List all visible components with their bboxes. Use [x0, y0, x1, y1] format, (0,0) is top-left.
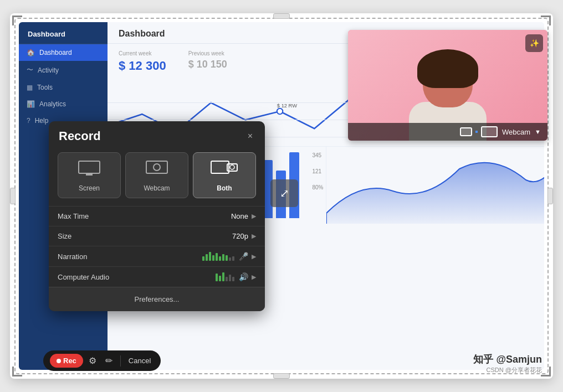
person-hair: [417, 49, 478, 88]
sidebar-label-dashboard: Dashboard: [39, 49, 72, 56]
max-time-row: Max Time None ▶: [49, 206, 265, 226]
computer-audio-arrow[interactable]: ▶: [252, 274, 256, 281]
narration-bar-3: [209, 252, 211, 261]
handle-top[interactable]: [273, 13, 290, 19]
narration-row: Narration 🎤 ▶: [49, 246, 265, 266]
toolbar-divider: [120, 355, 121, 367]
rec-dot: [57, 359, 61, 363]
source-webcam-btn[interactable]: Webcam: [125, 152, 188, 198]
source-webcam-label: Webcam: [144, 184, 170, 192]
webcam-dropdown-arrow[interactable]: ▼: [535, 128, 541, 135]
watermark: 知乎 @Samjun CSDN @分享者花花: [473, 353, 542, 374]
settings-tool-btn[interactable]: ⚙: [85, 353, 100, 368]
rec-label: Rec: [63, 357, 76, 365]
y-label-121: 121: [312, 168, 323, 174]
narration-bar-6: [219, 256, 221, 261]
sidebar-item-activity[interactable]: 〜 Activity: [19, 61, 108, 79]
handle-right[interactable]: [547, 188, 553, 204]
computer-audio-label: Computer Audio: [58, 273, 124, 281]
computer-audio-row: Computer Audio 🔊 ▶: [49, 266, 265, 287]
pen-tool-btn[interactable]: ✏: [102, 353, 116, 368]
svg-rect-7: [146, 161, 167, 173]
sidebar-label-activity: Activity: [38, 66, 59, 74]
y-axis-labels: 345 121 80%: [312, 152, 323, 190]
narration-bar-10: [232, 256, 234, 261]
comp-bar-1: [216, 274, 218, 281]
webcam-label: Webcam: [502, 128, 530, 136]
area-chart: [326, 147, 545, 224]
narration-arrow[interactable]: ▶: [252, 253, 256, 260]
sidebar-item-dashboard[interactable]: 🏠 Dashboard: [19, 44, 108, 61]
close-button[interactable]: ×: [245, 129, 255, 143]
cancel-button[interactable]: Cancel: [125, 354, 154, 367]
max-time-value: None: [231, 212, 248, 220]
max-time-arrow[interactable]: ▶: [252, 213, 256, 220]
current-week-label: Current week: [119, 50, 166, 56]
handle-left[interactable]: [10, 188, 16, 204]
size-arrow[interactable]: ▶: [252, 233, 256, 240]
size-value: 720p: [232, 232, 248, 240]
comp-bar-2: [219, 276, 221, 281]
webcam-toolbar: Webcam ▼: [348, 123, 547, 141]
narration-bar-2: [206, 254, 208, 261]
size-row: Size 720p ▶: [49, 226, 265, 246]
source-both-btn[interactable]: Both: [193, 152, 256, 198]
svg-rect-6: [86, 173, 93, 176]
analytics-icon: 📊: [27, 100, 35, 108]
corner-tr: [541, 16, 551, 25]
corner-tl: [12, 16, 22, 25]
record-panel: Record × Screen: [49, 121, 265, 311]
preferences-button[interactable]: Preferences...: [49, 287, 265, 311]
activity-icon: 〜: [27, 65, 33, 75]
comp-bar-5: [229, 275, 231, 281]
comp-bar-4: [226, 277, 228, 281]
mic-icon[interactable]: 🎤: [239, 252, 248, 261]
bottom-toolbar: Rec ⚙ ✏ Cancel: [43, 350, 161, 371]
tools-icon: ▦: [27, 84, 33, 91]
sidebar-item-analytics[interactable]: 📊 Analytics: [19, 96, 108, 112]
sidebar-label-help: Help: [35, 117, 49, 125]
sidebar-item-tools[interactable]: ▦ Tools: [19, 79, 108, 96]
svg-rect-5: [79, 161, 100, 173]
area-chart-svg: [326, 147, 545, 224]
person-head: [423, 52, 473, 107]
source-row: Screen Webcam: [49, 149, 265, 206]
corner-br: [541, 367, 551, 376]
narration-label: Narration: [58, 252, 124, 261]
computer-audio-bars: [216, 272, 234, 281]
rec-button[interactable]: Rec: [50, 354, 83, 368]
previous-week-stat: Previous week $ 10 150: [188, 50, 227, 73]
narration-bar-7: [222, 254, 224, 261]
webcam-icon: [146, 161, 168, 180]
magic-button[interactable]: ✨: [525, 34, 543, 52]
size-small-btn[interactable]: [460, 127, 472, 136]
svg-rect-10: [211, 161, 229, 173]
comp-bar-3: [222, 272, 224, 281]
handle-bottom[interactable]: [273, 373, 290, 379]
source-screen-btn[interactable]: Screen: [58, 152, 121, 198]
y-label-80: 80%: [312, 184, 323, 190]
size-label: Size: [58, 232, 124, 240]
previous-week-value: $ 10 150: [188, 59, 227, 70]
size-medium-btn[interactable]: [481, 126, 498, 137]
narration-bar-8: [226, 255, 228, 261]
svg-text:$ 12 RW: $ 12 RW: [277, 103, 297, 109]
sidebar-label-analytics: Analytics: [39, 100, 66, 108]
svg-marker-9: [167, 161, 168, 173]
record-header: Record ×: [49, 121, 265, 149]
speaker-icon[interactable]: 🔊: [239, 272, 248, 281]
help-icon: ?: [27, 117, 30, 125]
watermark-sub: CSDN @分享者花花: [473, 366, 542, 374]
comp-bar-6: [232, 277, 234, 281]
screen-icon: [78, 161, 100, 180]
max-time-label: Max Time: [58, 212, 124, 220]
y-label-345: 345: [312, 152, 323, 158]
narration-bar-4: [212, 255, 214, 261]
size-select-row: [460, 126, 498, 137]
current-week-value: $ 12 300: [119, 59, 166, 73]
source-both-label: Both: [217, 184, 232, 192]
svg-point-12: [230, 165, 234, 169]
main-container: Dashboard 🏠 Dashboard 〜 Activity ▦ Tools…: [10, 13, 553, 379]
move-cursor[interactable]: ⤢: [270, 179, 298, 207]
app-title: Dashboard: [19, 22, 108, 44]
